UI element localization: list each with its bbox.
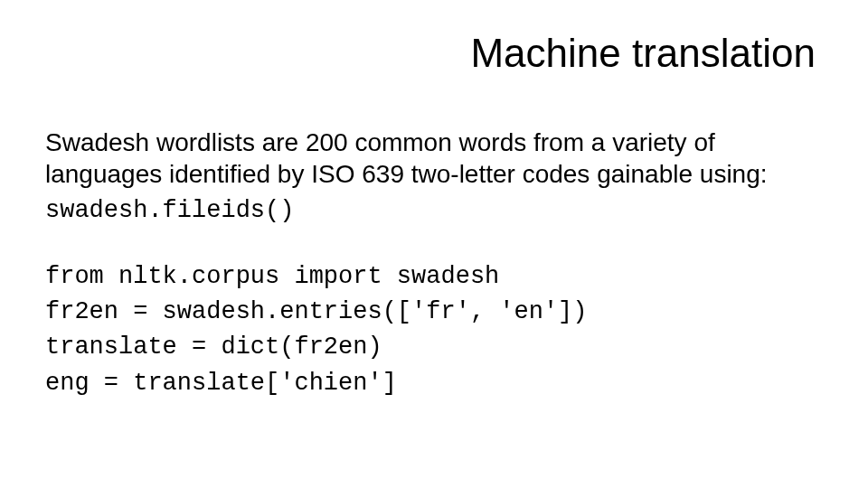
slide: Machine translation Swadesh wordlists ar…	[0, 0, 868, 488]
code-line-2: fr2en = swadesh.entries(['fr', 'en'])	[45, 295, 816, 330]
code-line-4: eng = translate['chien']	[45, 366, 816, 401]
code-line-1: from nltk.corpus import swadesh	[45, 259, 816, 295]
intro-paragraph: Swadesh wordlists are 200 common words f…	[45, 127, 816, 190]
slide-title: Machine translation	[470, 31, 816, 76]
code-line-3: translate = dict(fr2en)	[45, 330, 816, 365]
slide-body: Swadesh wordlists are 200 common words f…	[45, 127, 816, 401]
code-snippet-fileids: swadesh.fileids()	[45, 193, 816, 229]
spacer	[45, 229, 816, 259]
